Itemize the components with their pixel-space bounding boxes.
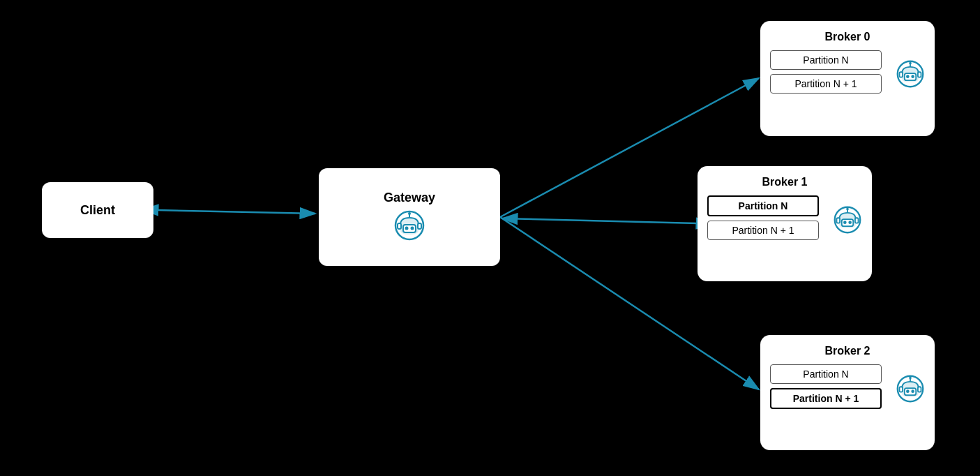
broker1-title: Broker 1: [762, 176, 808, 188]
client-node: Client: [42, 182, 153, 238]
broker1-partition0: Partition N: [707, 195, 819, 216]
broker1-partitions: Partition N Partition N + 1: [707, 195, 827, 244]
broker0-content: Partition N Partition N + 1: [770, 50, 925, 98]
svg-point-16: [909, 62, 912, 65]
broker0-partition0: Partition N: [770, 50, 882, 70]
client-gateway-arrow: [157, 210, 315, 214]
broker0-partition1: Partition N + 1: [770, 74, 882, 94]
broker1-robot-icon: [833, 205, 862, 235]
svg-rect-26: [855, 218, 859, 223]
svg-rect-10: [418, 223, 421, 229]
broker1-node: Broker 1 Partition N Partition N + 1: [698, 166, 872, 281]
broker2-node: Broker 2 Partition N Partition N + 1: [760, 335, 935, 450]
svg-rect-9: [398, 223, 401, 229]
svg-point-8: [408, 212, 411, 215]
gateway-label: Gateway: [384, 191, 435, 205]
svg-point-5: [405, 226, 409, 230]
svg-rect-33: [899, 387, 903, 392]
broker0-node: Broker 0 Partition N Partition N + 1: [760, 21, 935, 136]
broker2-partitions: Partition N Partition N + 1: [770, 364, 890, 413]
svg-point-22: [848, 221, 852, 224]
client-label: Client: [80, 203, 115, 218]
gateway-node: Gateway: [319, 168, 500, 266]
broker0-robot-icon: [896, 59, 925, 89]
svg-point-30: [911, 389, 914, 393]
diagram-container: Client Gateway: [0, 0, 980, 476]
gateway-robot-icon: [393, 209, 425, 244]
broker1-content: Partition N Partition N + 1: [707, 195, 862, 244]
broker0-partitions: Partition N Partition N + 1: [770, 50, 890, 98]
svg-rect-25: [836, 218, 840, 223]
svg-point-13: [906, 75, 910, 78]
svg-rect-17: [899, 72, 903, 77]
svg-point-21: [843, 221, 847, 224]
broker0-title: Broker 0: [825, 31, 870, 43]
broker2-title: Broker 2: [825, 345, 870, 357]
svg-point-6: [411, 226, 414, 230]
svg-point-32: [909, 377, 912, 380]
svg-point-24: [846, 208, 849, 211]
svg-rect-18: [918, 72, 921, 77]
svg-point-14: [911, 75, 914, 78]
broker1-partition1: Partition N + 1: [707, 221, 819, 240]
svg-rect-34: [918, 387, 921, 392]
gateway-broker1-arrow: [502, 218, 698, 223]
broker2-partition1: Partition N + 1: [770, 388, 882, 409]
broker2-content: Partition N Partition N + 1: [770, 364, 925, 413]
broker2-robot-icon: [896, 374, 925, 403]
broker2-partition0: Partition N: [770, 364, 882, 384]
svg-point-29: [906, 389, 910, 393]
